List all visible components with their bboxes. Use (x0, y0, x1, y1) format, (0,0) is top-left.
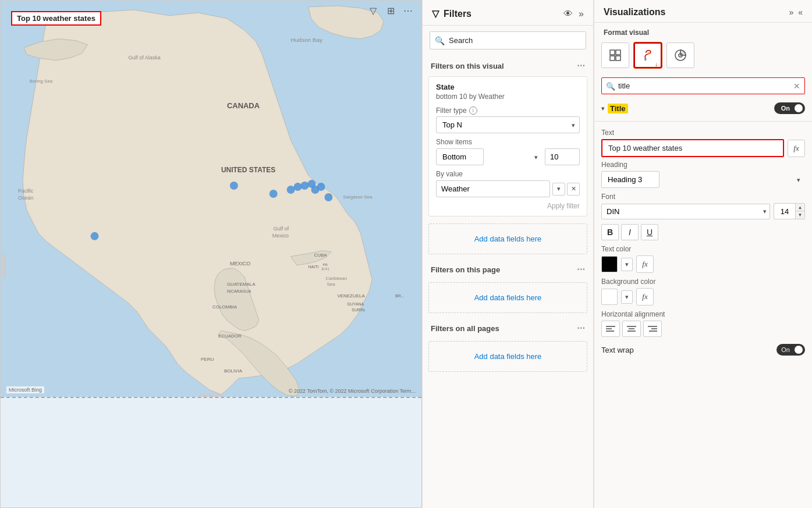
align-center-btn[interactable] (622, 321, 641, 337)
text-field-label: Text (601, 129, 805, 137)
add-data-fields-all[interactable]: Add data fields here (428, 341, 587, 372)
viz-panel-title: Visualizations (604, 7, 665, 17)
fx-button-text-color[interactable]: fx (636, 255, 654, 273)
svg-text:CUBA: CUBA (314, 253, 328, 258)
filters-panel: ▽ Filters 👁 » 🔍 Filters on this visual ⋯… (422, 0, 594, 508)
text-color-chevron[interactable]: ▾ (621, 258, 633, 271)
filters-search-box: 🔍 (430, 31, 586, 49)
eye-icon[interactable]: 👁 (563, 9, 573, 19)
underline-button[interactable]: U (641, 224, 658, 240)
font-size-input[interactable] (774, 204, 795, 219)
font-size-down[interactable]: ▼ (795, 211, 804, 219)
svg-rect-41 (616, 56, 620, 61)
fx-button-text[interactable]: fx (788, 140, 805, 157)
bold-button[interactable]: B (601, 224, 619, 240)
text-color-swatch[interactable] (601, 256, 618, 272)
svg-text:Caribbean: Caribbean (325, 276, 347, 281)
section-more-icon[interactable]: ⋯ (577, 61, 585, 70)
font-select-wrapper: DIN Segoe UI Arial ▾ (601, 204, 770, 219)
svg-rect-39 (616, 50, 620, 55)
by-value-icons: ▾ ✕ (552, 183, 580, 196)
by-value-label: By value (436, 170, 580, 178)
viz-search-clear-icon[interactable]: ✕ (793, 81, 800, 91)
svg-rect-38 (610, 50, 615, 55)
viz-search-input[interactable] (601, 77, 805, 94)
viz-expand-icon[interactable]: » (789, 8, 793, 17)
h-align-label: Horizontal alignment (601, 310, 805, 318)
svg-text:VENEZUELA: VENEZUELA (337, 293, 365, 299)
font-size-wrapper: ▲ ▼ (774, 203, 805, 219)
svg-point-32 (301, 182, 309, 190)
svg-text:Ocean: Ocean (18, 195, 33, 201)
viz-search-icon: 🔍 (606, 81, 615, 90)
svg-point-37 (91, 232, 99, 240)
svg-text:Mexico: Mexico (272, 233, 289, 239)
viz-icon-row: ↓ (594, 40, 812, 74)
map-title: Top 10 weather states (11, 11, 101, 26)
paint-brush-icon-btn[interactable]: ↓ (634, 42, 662, 68)
bg-color-chevron[interactable]: ▾ (621, 290, 633, 304)
show-count-input[interactable] (545, 148, 580, 165)
svg-rect-40 (610, 56, 615, 61)
by-value-row: ▾ ✕ (436, 180, 580, 197)
focus-mode-icon[interactable]: ⊞ (384, 4, 397, 17)
all-pages-section-more-icon[interactable]: ⋯ (577, 324, 585, 333)
add-data-fields-page[interactable]: Add data fields here (428, 282, 587, 313)
viz-sub-header: Format visual (594, 23, 812, 40)
analytics-icon-btn[interactable] (666, 42, 694, 68)
fx-button-bg-color[interactable]: fx (636, 288, 654, 305)
bg-color-row: ▾ fx (601, 288, 805, 305)
filter-icon[interactable]: ▽ (367, 4, 380, 17)
svg-text:BOLIVIA: BOLIVIA (224, 368, 243, 374)
info-icon: i (469, 106, 477, 115)
filters-header-icons: 👁 » (563, 9, 584, 19)
svg-text:MEXICO: MEXICO (230, 261, 250, 267)
visualizations-panel: Visualizations » « Format visual ↓ (594, 0, 812, 508)
viz-collapse-icon[interactable]: « (798, 8, 803, 17)
section-label: ▾ Title (601, 104, 628, 113)
svg-point-28 (230, 182, 238, 190)
svg-point-30 (287, 186, 295, 194)
text-wrap-toggle[interactable]: On (776, 344, 805, 356)
italic-button[interactable]: I (621, 224, 639, 240)
filter-card-state: State bottom 10 by Weather Filter type i… (428, 76, 587, 216)
font-size-up[interactable]: ▲ (795, 204, 804, 211)
map-lower-area (1, 397, 421, 507)
apply-filter-btn[interactable]: Apply filter (436, 197, 580, 210)
title-toggle[interactable]: On (774, 102, 805, 114)
align-right-btn[interactable] (643, 321, 662, 337)
by-value-chevron[interactable]: ▾ (552, 183, 565, 196)
svg-text:PERU: PERU (201, 357, 214, 362)
svg-text:ECUADOR: ECUADOR (218, 333, 242, 339)
filter-type-select[interactable]: Top N Basic filtering Advanced filtering (436, 116, 580, 133)
page-section-more-icon[interactable]: ⋯ (577, 265, 585, 274)
filters-search-input[interactable] (430, 31, 586, 49)
filter-type-label: Filter type i (436, 106, 580, 115)
viz-title-section-header[interactable]: ▾ Title On (601, 100, 805, 116)
more-options-icon[interactable]: ⋯ (402, 4, 414, 17)
bing-logo: Microsoft Bing (6, 386, 44, 393)
add-data-fields-visual[interactable]: Add data fields here (428, 223, 587, 254)
table-grid-icon-btn[interactable] (601, 42, 629, 68)
title-text-input[interactable] (601, 139, 784, 157)
show-direction-select[interactable]: Bottom Top (436, 148, 484, 165)
by-value-input[interactable] (436, 180, 550, 197)
svg-text:CANADA: CANADA (227, 101, 260, 110)
heading-select-row: Heading 3 Heading 1 Heading 2 Heading 4 … (601, 171, 805, 188)
by-value-clear[interactable]: ✕ (567, 183, 580, 196)
viz-title-section: ▾ Title On (601, 100, 805, 116)
heading-select[interactable]: Heading 3 Heading 1 Heading 2 Heading 4 (601, 171, 659, 188)
expand-icon[interactable]: » (579, 9, 584, 19)
font-select[interactable]: DIN Segoe UI Arial (601, 204, 770, 219)
font-field-label: Font (601, 193, 805, 201)
svg-text:Sea: Sea (327, 282, 335, 287)
bg-color-swatch[interactable] (601, 289, 618, 305)
align-left-btn[interactable] (601, 321, 620, 337)
title-section-chevron: ▾ (601, 105, 604, 112)
viz-text-field: fx (601, 139, 805, 157)
text-wrap-label: Text wrap (601, 346, 634, 354)
heading-field-label: Heading (601, 161, 805, 169)
format-buttons: B I U (601, 224, 805, 240)
map-svg: Gulf of Alaska Bering Sea Hudson Bay CAN… (1, 1, 421, 396)
map-left-resize[interactable] (2, 254, 6, 278)
